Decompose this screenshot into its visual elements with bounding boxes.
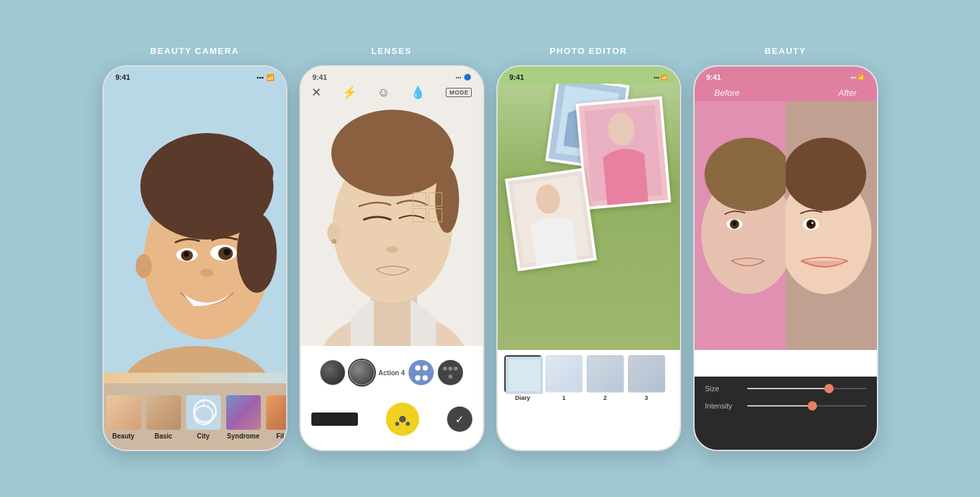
filter-basic[interactable]: Basic (144, 391, 184, 442)
ef-label-diary: Diary (515, 395, 530, 401)
time-3: 9:41 (510, 73, 524, 81)
time-2: 9:41 (313, 73, 327, 81)
section-title-beauty: BEAUTY (764, 46, 806, 56)
section-title-photo-editor: PHOTO EDITOR (550, 46, 627, 56)
ef-thumb-3 (628, 355, 665, 393)
main-container: BEAUTY CAMERA 9:41 ▪▪▪ 📶 (76, 26, 905, 471)
size-fill (747, 388, 833, 389)
photo-card-2 (575, 96, 671, 210)
svg-point-4 (237, 213, 277, 293)
sdot-1 (443, 367, 447, 371)
filter-film[interactable]: Film (263, 391, 286, 442)
shutter-icon (393, 409, 412, 429)
after-side (786, 101, 877, 350)
action-label: Action 4 (379, 369, 405, 377)
filter-city[interactable]: City (184, 391, 224, 442)
close-icon[interactable]: ✕ (311, 85, 321, 100)
filter-label-syndrome: Syndrome (227, 432, 259, 440)
intensity-slider[interactable] (747, 405, 866, 407)
filter-syndrome[interactable]: Syndrome (224, 391, 263, 442)
phone1-content: 9:41 ▪▪▪ 📶 (104, 67, 286, 450)
lens-2[interactable] (349, 360, 375, 385)
svg-point-25 (332, 240, 336, 244)
status-icons-1: ▪▪▪ 📶 (257, 74, 274, 81)
status-icons-2: ▪▪▪ 🔵 (456, 74, 471, 81)
intensity-control-row: Intensity (705, 402, 866, 410)
phone-beauty: 9:41 ▪▪▪ 📶 Before After (693, 65, 878, 451)
intensity-thumb[interactable] (808, 401, 817, 411)
svg-point-28 (406, 422, 410, 426)
sdot-4 (448, 375, 452, 379)
time-4: 9:41 (707, 73, 721, 81)
photo-card-3 (504, 168, 596, 271)
svg-point-5 (227, 153, 273, 193)
status-bar-1: 9:41 ▪▪▪ 📶 (104, 67, 286, 84)
grid-cell-3 (412, 208, 426, 222)
photo-inner-3 (508, 171, 593, 268)
svg-point-21 (331, 110, 454, 196)
phone-lenses: 9:41 ▪▪▪ 🔵 ✕ ⚡ ☺ 💧 MODE (299, 65, 484, 451)
filter-label-beauty: Beauty (112, 432, 134, 440)
section-photo-editor: PHOTO EDITOR 9:41 ▪▪▪ 📶 (496, 46, 681, 451)
ef-thumb-2 (587, 355, 624, 393)
lenses-toolbar: ✕ ⚡ ☺ 💧 MODE (301, 85, 483, 100)
svg-point-6 (136, 254, 152, 278)
flash-icon[interactable]: ⚡ (342, 85, 357, 100)
before-label: Before (715, 88, 740, 98)
size-thumb[interactable] (824, 384, 834, 393)
section-beauty: BEAUTY 9:41 ▪▪▪ 📶 Before After (693, 46, 878, 451)
size-slider[interactable] (747, 388, 866, 389)
filter-thumb-beauty (106, 395, 141, 430)
wifi-icon-3: ▪▪▪ 📶 (654, 75, 668, 81)
status-bar-3: 9:41 ▪▪▪ 📶 (498, 67, 680, 84)
editor-filter-2[interactable]: 2 (587, 355, 624, 401)
dot-4 (422, 375, 428, 381)
svg-point-52 (811, 222, 813, 224)
size-control-row: Size (705, 385, 866, 393)
wifi-icon-4: ▪▪▪ 📶 (851, 75, 865, 81)
svg-point-45 (733, 222, 736, 226)
phone-beauty-camera: 9:41 ▪▪▪ 📶 (102, 65, 287, 451)
filter-label-film: Film (276, 432, 285, 440)
wifi-icon-2: 🔵 (464, 74, 471, 81)
editor-filter-diary[interactable]: Diary (504, 355, 542, 401)
shutter-button[interactable] (386, 403, 419, 436)
ef-thumb-diary (504, 355, 542, 393)
face-icon[interactable]: ☺ (377, 86, 389, 100)
editor-filter-3[interactable]: 3 (628, 355, 665, 401)
grid-cell-2 (428, 192, 442, 206)
after-face-svg (786, 101, 877, 350)
status-bar-2: 9:41 ▪▪▪ 🔵 (301, 67, 483, 84)
editor-bottom: Diary 1 2 3 (498, 350, 680, 450)
svg-point-9 (224, 249, 230, 255)
svg-point-48 (786, 138, 866, 211)
grid-cell-1 (412, 192, 426, 206)
svg-point-15 (194, 406, 213, 424)
svg-rect-39 (508, 359, 540, 391)
beauty-controls: Size Intensity (695, 377, 877, 450)
lens-dots[interactable] (408, 360, 434, 385)
size-label: Size (705, 385, 742, 393)
dot-2 (422, 365, 428, 371)
filter-beauty[interactable]: Beauty (104, 391, 144, 442)
black-bar (311, 413, 358, 426)
after-label: After (838, 88, 856, 98)
dot-3 (415, 375, 420, 381)
mode-badge[interactable]: MODE (446, 88, 472, 97)
grid-overlay (412, 192, 442, 222)
filter-label-basic: Basic (154, 432, 172, 440)
signal-icon: ▪▪▪ (257, 74, 264, 81)
collage-area (498, 67, 680, 350)
lenses-face-svg (301, 67, 484, 346)
drop-icon[interactable]: 💧 (410, 85, 425, 100)
lens-selector-row: Action 4 (313, 360, 470, 385)
before-face-svg (695, 101, 786, 350)
filter-strip: Beauty Basic (104, 383, 286, 450)
signal-icon-2: ▪▪▪ (456, 75, 462, 81)
editor-filter-1[interactable]: 1 (546, 355, 583, 401)
lens-1[interactable] (320, 360, 345, 385)
lens-small-dots[interactable] (438, 360, 463, 385)
confirm-button[interactable]: ✓ (447, 407, 472, 432)
filter-label-city: City (197, 432, 210, 440)
split-comparison-area (695, 101, 877, 350)
